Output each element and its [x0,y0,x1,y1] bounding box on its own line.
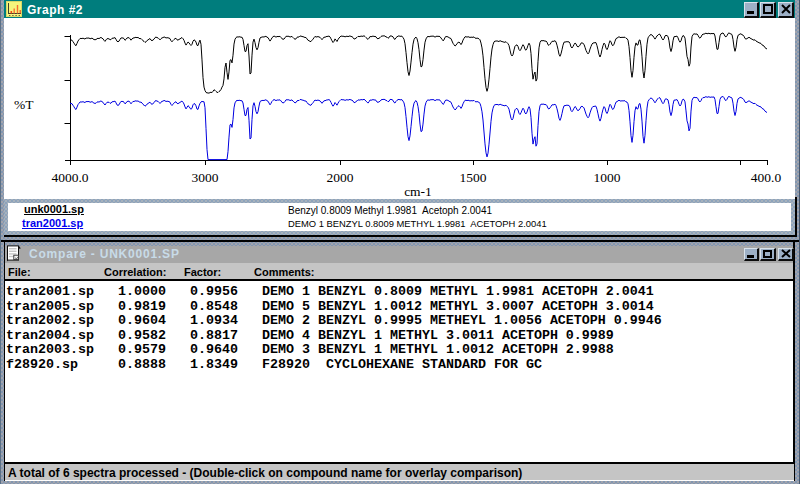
svg-text:4000.0: 4000.0 [51,170,88,185]
svg-text:400.0: 400.0 [751,170,782,185]
svg-text:1500: 1500 [460,170,487,185]
svg-text:3000: 3000 [192,170,219,185]
svg-text:%T: %T [14,97,34,112]
svg-text:cm-1: cm-1 [404,184,432,199]
svg-text:2000: 2000 [327,170,354,185]
svg-text:1000: 1000 [594,170,621,185]
